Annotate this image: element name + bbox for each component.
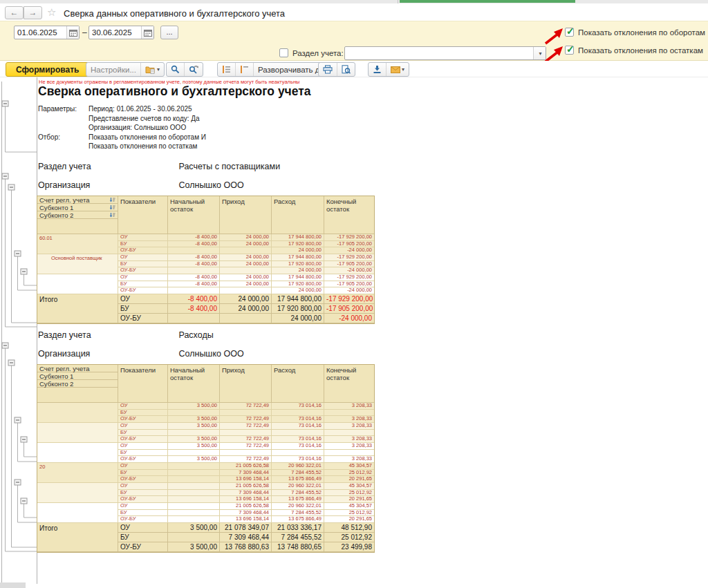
value-cell[interactable]: 25 012,92 xyxy=(324,510,374,517)
value-cell[interactable]: 13 675 866,49 xyxy=(272,476,324,483)
collapse-groups-button[interactable] xyxy=(236,63,253,76)
value-cell[interactable]: 72 722,49 xyxy=(220,416,272,423)
indicator-cell[interactable]: БУ xyxy=(118,450,168,457)
value-cell[interactable]: -17 929 200,00 xyxy=(324,294,374,304)
value-cell[interactable] xyxy=(168,267,220,274)
value-cell[interactable]: 24 000,00 xyxy=(272,247,324,254)
value-cell[interactable]: 21 005 626,58 xyxy=(220,463,272,470)
settings-button[interactable]: Настройки... xyxy=(86,63,140,76)
indicator-cell[interactable]: БУ xyxy=(118,241,168,248)
mail-button[interactable]: ▾ xyxy=(386,63,409,76)
value-cell[interactable]: 24 000,00 xyxy=(220,261,272,268)
indicator-cell[interactable]: ОУ xyxy=(118,463,168,470)
back-button[interactable]: ← xyxy=(5,6,24,19)
total-label-cell[interactable]: Итого xyxy=(37,523,118,552)
value-cell[interactable]: 13 748 880,65 xyxy=(272,542,324,552)
indicator-cell[interactable]: БУ xyxy=(118,510,168,517)
date-to-input[interactable]: 30.06.2025 xyxy=(88,26,154,39)
value-cell[interactable]: 17 920 800,00 xyxy=(272,241,324,248)
value-cell[interactable] xyxy=(220,287,272,294)
print-button[interactable] xyxy=(319,63,337,76)
indicator-cell[interactable]: ОУ-БУ xyxy=(118,542,168,552)
value-cell[interactable]: 17 920 800,00 xyxy=(272,281,324,288)
value-cell[interactable]: 24 000,00 xyxy=(220,234,272,241)
value-cell[interactable]: 3 208,33 xyxy=(324,436,374,443)
value-cell[interactable]: -17 905 200,00 xyxy=(324,261,374,268)
value-cell[interactable] xyxy=(168,496,220,503)
value-cell[interactable]: 7 309 468,44 xyxy=(220,470,272,477)
value-cell[interactable]: -17 929 200,00 xyxy=(324,234,374,241)
group-label-cell[interactable] xyxy=(37,503,118,523)
expand-groups-button[interactable] xyxy=(218,63,235,76)
value-cell[interactable] xyxy=(220,450,272,457)
value-cell[interactable]: 3 208,33 xyxy=(324,443,374,450)
value-cell[interactable]: 73 014,16 xyxy=(272,403,324,410)
value-cell[interactable]: -8 400,00 xyxy=(168,254,220,261)
value-cell[interactable]: 72 722,49 xyxy=(220,443,272,450)
value-cell[interactable]: 13 696 158,14 xyxy=(220,516,272,523)
column-header-cell[interactable]: Показатели xyxy=(118,196,168,234)
group-label-cell[interactable] xyxy=(37,423,118,443)
indicator-cell[interactable]: БУ xyxy=(118,533,168,542)
value-cell[interactable]: 3 500,00 xyxy=(168,416,220,423)
value-cell[interactable]: 7 309 468,44 xyxy=(220,533,272,542)
value-cell[interactable]: 13 696 158,14 xyxy=(220,476,272,483)
indicator-cell[interactable]: ОУ-БУ xyxy=(118,436,168,443)
value-cell[interactable] xyxy=(220,410,272,417)
show-balance-checkbox[interactable]: ✓ xyxy=(565,46,574,55)
value-cell[interactable] xyxy=(168,430,220,437)
group-label-cell[interactable] xyxy=(37,443,118,463)
indicator-cell[interactable]: БУ xyxy=(118,261,168,268)
date-to-value[interactable]: 30.06.2025 xyxy=(89,28,141,37)
column-header-cell[interactable]: Конечный остаток xyxy=(324,365,374,402)
indicator-cell[interactable]: БУ xyxy=(118,470,168,477)
value-cell[interactable]: 20 291,65 xyxy=(324,496,374,503)
indicator-cell[interactable]: БУ xyxy=(118,304,168,314)
value-cell[interactable]: 7 309 468,44 xyxy=(220,510,272,517)
value-cell[interactable]: 72 722,49 xyxy=(220,456,272,463)
value-cell[interactable]: -8 400,00 xyxy=(168,241,220,248)
value-cell[interactable]: 7 309 468,44 xyxy=(220,490,272,497)
value-cell[interactable]: 7 284 455,52 xyxy=(272,490,324,497)
value-cell[interactable]: 73 014,16 xyxy=(272,456,324,463)
value-cell[interactable]: 24 000,00 xyxy=(220,304,272,314)
indicator-cell[interactable]: ОУ xyxy=(118,274,168,281)
value-cell[interactable]: 3 500,00 xyxy=(168,456,220,463)
value-cell[interactable] xyxy=(168,287,220,294)
indicator-cell[interactable]: ОУ-БУ xyxy=(118,516,168,523)
value-cell[interactable]: 3 500,00 xyxy=(168,523,220,533)
value-cell[interactable]: 7 284 455,52 xyxy=(272,510,324,517)
value-cell[interactable] xyxy=(324,430,374,437)
indicator-cell[interactable]: БУ xyxy=(118,410,168,417)
value-cell[interactable]: 45 304,57 xyxy=(324,463,374,470)
indicator-cell[interactable]: ОУ xyxy=(118,483,168,490)
value-cell[interactable]: 24 000,00 xyxy=(220,254,272,261)
indicator-cell[interactable]: ОУ-БУ xyxy=(118,314,168,323)
value-cell[interactable] xyxy=(168,510,220,517)
value-cell[interactable] xyxy=(220,430,272,437)
sort-icon[interactable] xyxy=(109,205,115,211)
value-cell[interactable]: -17 905 200,00 xyxy=(324,281,374,288)
value-cell[interactable]: 24 000,00 xyxy=(272,287,324,294)
indicator-cell[interactable]: ОУ xyxy=(118,234,168,241)
value-cell[interactable] xyxy=(272,410,324,417)
column-header-cell[interactable]: Субконто 1 xyxy=(37,372,118,380)
generate-button[interactable]: Сформировать xyxy=(6,62,89,77)
value-cell[interactable]: 3 500,00 xyxy=(168,423,220,430)
value-cell[interactable]: 13 768 880,63 xyxy=(220,542,272,552)
value-cell[interactable] xyxy=(168,516,220,523)
group-label-cell[interactable]: Основной поставщик xyxy=(37,254,118,274)
group-label-cell[interactable]: 20 xyxy=(37,463,118,483)
value-cell[interactable]: 73 014,16 xyxy=(272,416,324,423)
group-label-cell[interactable] xyxy=(37,483,118,503)
indicator-cell[interactable]: ОУ xyxy=(118,443,168,450)
indicator-cell[interactable]: ОУ-БУ xyxy=(118,287,168,294)
date-from-value[interactable]: 01.06.2025 xyxy=(15,28,66,37)
date-from-input[interactable]: 01.06.2025 xyxy=(14,26,80,39)
value-cell[interactable]: 3 500,00 xyxy=(168,436,220,443)
column-header-cell[interactable]: Показатели xyxy=(118,365,168,402)
value-cell[interactable]: 72 722,49 xyxy=(220,403,272,410)
print-preview-button[interactable] xyxy=(337,63,355,76)
value-cell[interactable]: -24 000,00 xyxy=(324,267,374,274)
value-cell[interactable]: -8 400,00 xyxy=(168,294,220,304)
